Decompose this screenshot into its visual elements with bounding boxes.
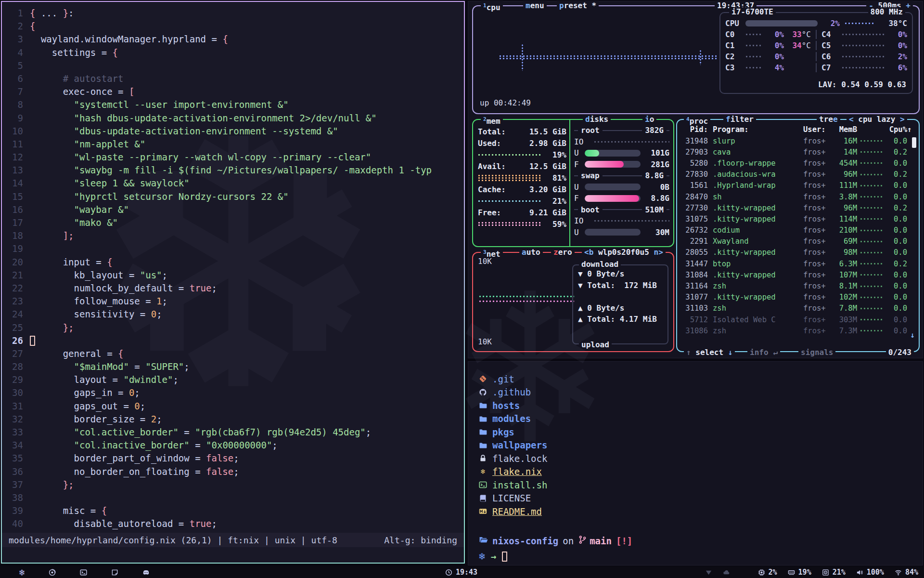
proc-signals-button[interactable]: signals bbox=[798, 347, 835, 357]
volume-stat[interactable]: 100% bbox=[856, 568, 884, 577]
line-number: 4 bbox=[6, 46, 23, 59]
clock-icon bbox=[445, 569, 452, 576]
net-stats-panel: download ▼ 0 Byte/s ▼ Total: 172 MiB ▲ 0… bbox=[572, 264, 668, 344]
proc-row[interactable]: 26732codiumfros+210M0.0 bbox=[677, 225, 919, 236]
proc-row[interactable]: 31084.kitty-wrappedfros+107M0.0 bbox=[677, 269, 919, 280]
code-token: no_border_on_floating = bbox=[30, 466, 206, 477]
hdd-stat[interactable]: 21% bbox=[822, 568, 846, 577]
line-number: 7 bbox=[6, 85, 23, 98]
preset-button[interactable]: preset * bbox=[557, 0, 599, 11]
memory-stat-row: Cache:3.20 GiB bbox=[478, 184, 566, 195]
proc-row[interactable]: 27903cavafros+14M0.2 bbox=[677, 146, 919, 158]
memory-stats: Total:15.5 GiBUsed:2.98 GiB19%Avail:12.5… bbox=[478, 126, 566, 230]
proc-row[interactable]: 31103zshfros+7.8M0.0 bbox=[677, 303, 919, 314]
proc-mem: 210M bbox=[830, 226, 857, 235]
proc-pid: 31084 bbox=[683, 271, 713, 279]
proc-row[interactable]: 2291Xwaylandfros+69M0.0 bbox=[677, 236, 919, 247]
net-interface-selector[interactable]: <b wlp0s20f0u5 n> bbox=[582, 247, 666, 257]
line-number: 15 bbox=[6, 190, 23, 203]
proc-row[interactable]: 28470shfros+3.8M0.0 bbox=[677, 191, 919, 202]
code-token: general = bbox=[30, 348, 118, 359]
proc-program: .kitty-wrapped bbox=[713, 271, 800, 279]
line-number: 25 bbox=[6, 321, 23, 334]
proc-select-control[interactable]: ↑ select ↓ bbox=[684, 347, 735, 357]
disk-bar-value: 8.8G bbox=[644, 194, 669, 203]
menu-button[interactable]: menu bbox=[523, 0, 547, 11]
proc-mem: 96M bbox=[830, 204, 857, 212]
proc-program: .kitty-wrapped bbox=[713, 204, 800, 212]
line-number: 29 bbox=[6, 373, 23, 386]
code-token: "wl-paste --primary --watch wl-copy --pr… bbox=[30, 152, 371, 162]
taskbar-clock: 19:43 bbox=[445, 568, 477, 577]
terminal-cursor[interactable] bbox=[502, 552, 507, 562]
proc-cpu: 0.0 bbox=[885, 137, 907, 145]
memory-meter: 19% bbox=[478, 149, 566, 160]
proc-row[interactable]: 5280.floorp-wrappefros+454M0.0 bbox=[677, 158, 919, 169]
proc-row[interactable]: 31447btopfros+6.3M0.2 bbox=[677, 258, 919, 269]
proc-info-button[interactable]: info ↵ bbox=[747, 347, 780, 357]
proc-row[interactable]: 31077.kitty-wrappedfros+102M0.0 bbox=[677, 292, 919, 303]
proc-row[interactable]: 31075.kitty-wrappedfros+114M0.0 bbox=[677, 213, 919, 224]
memory-meter-percent: 19% bbox=[545, 150, 566, 159]
ram-stat[interactable]: 19% bbox=[788, 568, 811, 577]
code-token: ; bbox=[212, 518, 217, 529]
proc-usage-dots bbox=[860, 218, 882, 220]
proc-row[interactable]: 27830.audacious-wrafros+96M0.2 bbox=[677, 169, 919, 180]
line-number: 22 bbox=[6, 282, 23, 295]
proc-usage-dots bbox=[860, 318, 882, 321]
disk-header: root382G bbox=[574, 125, 669, 136]
code-token: "rgb(cba6f7) rgb(94e2d5) 45deg" bbox=[195, 427, 366, 437]
net-upload-graph bbox=[479, 300, 574, 302]
net-auto-button[interactable]: auto bbox=[519, 247, 543, 257]
proc-sort-selector[interactable]: < cpu lazy > bbox=[847, 114, 907, 124]
proc-scrollbar[interactable] bbox=[912, 137, 916, 148]
nixos-menu-icon[interactable]: ❄ bbox=[19, 567, 25, 578]
code-line: 39 misc = { bbox=[6, 504, 464, 517]
proc-mem: 111M bbox=[830, 181, 857, 190]
proc-row[interactable]: 28055.kitty-wrappedfros+98M0.0 bbox=[677, 247, 919, 258]
proc-row[interactable]: 31948slurpfros+16M0.0 bbox=[677, 135, 919, 146]
interval-increase-button[interactable]: + bbox=[906, 1, 911, 10]
proc-row[interactable]: 5712Isolated Web Cfros+303M0.0 bbox=[677, 314, 919, 325]
proc-mem: 8.1M bbox=[830, 282, 857, 290]
wifi-stat[interactable]: 84% bbox=[895, 568, 918, 577]
cpu-total-dots bbox=[845, 22, 875, 25]
chip-stat[interactable]: 2% bbox=[758, 568, 777, 577]
core-name: C2 bbox=[725, 52, 742, 61]
note-icon[interactable] bbox=[111, 569, 118, 576]
discord-icon[interactable] bbox=[142, 569, 150, 576]
browser-icon[interactable] bbox=[49, 569, 56, 576]
code-token: ; bbox=[184, 361, 189, 372]
proc-filter-button[interactable]: filter bbox=[723, 114, 756, 124]
core-name: C7 bbox=[821, 63, 838, 72]
code-line: 9 "hash dbus-update-activation-environme… bbox=[6, 112, 464, 125]
proc-tree-button[interactable]: tree bbox=[817, 114, 840, 124]
proc-program: slurp bbox=[713, 137, 800, 145]
memory-meter-dots bbox=[478, 200, 541, 202]
terminal-icon[interactable] bbox=[80, 569, 87, 576]
proc-row[interactable]: 1561.Hyprland-wrapfros+111M0.0 bbox=[677, 180, 919, 191]
proc-row[interactable]: 31164zshfros+8.1M0.0 bbox=[677, 280, 919, 291]
markdown-icon bbox=[479, 507, 492, 515]
proc-sort-column[interactable]: Cpu% bbox=[885, 125, 907, 134]
code-token: ; bbox=[173, 374, 178, 385]
disks-io-toggle[interactable]: io bbox=[642, 114, 656, 124]
stat-label: 2% bbox=[769, 568, 777, 577]
code-token: numlock_by_default = bbox=[30, 283, 190, 293]
line-number: 37 bbox=[6, 478, 23, 491]
terminal-window: .git.githubhostsmodulespkgswallpapersfla… bbox=[468, 361, 923, 565]
net-zero-button[interactable]: zero bbox=[551, 247, 575, 257]
terminal-icon bbox=[479, 481, 492, 489]
disk-usage-bar bbox=[585, 195, 641, 202]
proc-usage-dots bbox=[860, 207, 882, 209]
disk-usage-bar bbox=[585, 184, 641, 190]
line-number: 10 bbox=[6, 125, 23, 138]
proc-row[interactable]: 27730.kitty-wrappedfros+96M0.2 bbox=[677, 202, 919, 213]
code-line: 22 numlock_by_default = true; bbox=[6, 282, 464, 295]
core-percent: 0% bbox=[766, 41, 784, 50]
line-number: 36 bbox=[6, 465, 23, 478]
proc-cpu: 0.2 bbox=[885, 170, 907, 179]
proc-row[interactable]: 31086zshfros+7.3M0.0 bbox=[677, 325, 919, 336]
file-row: wallpapers bbox=[479, 439, 547, 452]
memory-meter-dots bbox=[478, 222, 541, 226]
